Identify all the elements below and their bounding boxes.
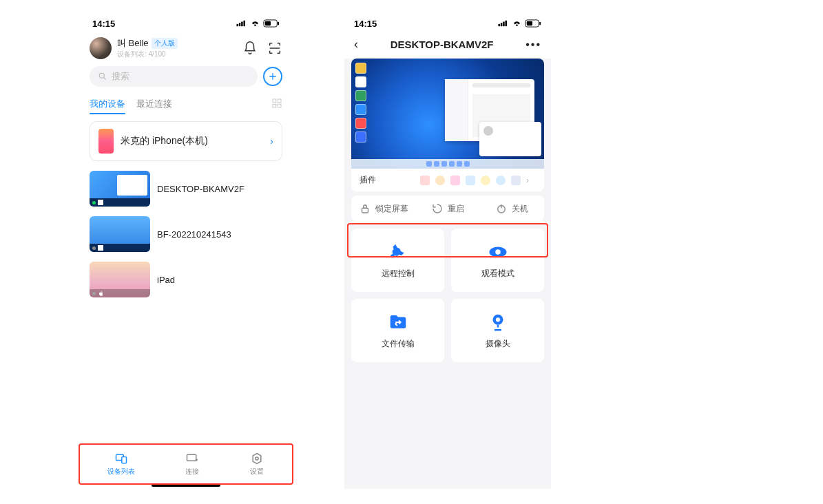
device-list-screen: 14:15 叫 Belle 个人版 设备列表: 4/100 [83, 14, 289, 489]
apple-icon [98, 290, 105, 297]
chevron-right-icon: › [270, 136, 273, 147]
search-input[interactable]: 搜索 [90, 66, 258, 87]
svg-rect-17 [499, 24, 501, 26]
svg-point-29 [495, 317, 499, 322]
remote-control-icon [388, 242, 408, 262]
remote-control-card[interactable]: 远程控制 [351, 229, 444, 292]
battery-icon [263, 19, 280, 28]
add-button[interactable] [263, 67, 282, 86]
svg-marker-15 [253, 454, 261, 464]
plugin-icons: › [376, 176, 536, 185]
wifi-icon [512, 20, 522, 28]
svg-rect-9 [278, 99, 281, 103]
plugins-row[interactable]: 插件 › [351, 169, 544, 191]
folder-transfer-icon [388, 312, 408, 333]
svg-rect-10 [273, 104, 276, 107]
svg-rect-22 [539, 22, 541, 25]
camera-card[interactable]: 摄像头 [451, 299, 544, 362]
file-transfer-card[interactable]: 文件传输 [351, 299, 444, 362]
power-actions: 锁定屏幕 重启 关机 [351, 196, 544, 222]
restart-button[interactable]: 重启 [415, 202, 479, 215]
card-label: 观看模式 [481, 268, 514, 280]
status-icons [498, 19, 541, 28]
tab-my-devices[interactable]: 我的设备 [90, 95, 125, 114]
local-device-name: 米克的 iPhone(本机) [121, 135, 263, 147]
restart-icon [431, 202, 444, 215]
svg-rect-5 [278, 22, 279, 25]
nav-settings[interactable]: 设置 [249, 452, 264, 476]
status-bar: 14:15 [344, 14, 551, 33]
tabs: 我的设备 最近连接 [83, 92, 289, 114]
search-placeholder: 搜索 [112, 70, 129, 83]
device-item[interactable]: DESKTOP-BKAMV2F [90, 171, 282, 207]
search-icon [98, 72, 107, 81]
detail-title: DESKTOP-BKAMV2F [358, 39, 525, 50]
status-time: 14:15 [92, 19, 115, 29]
device-item[interactable]: iPad [90, 262, 282, 297]
shutdown-button[interactable]: 关机 [480, 202, 544, 215]
svg-rect-8 [273, 99, 276, 103]
tab-recent[interactable]: 最近连接 [136, 95, 172, 114]
battery-icon [525, 19, 541, 28]
camera-icon [488, 312, 508, 333]
svg-rect-18 [501, 23, 503, 26]
user-block: 叫 Belle 个人版 设备列表: 4/100 [117, 37, 237, 59]
username: 叫 Belle [117, 37, 149, 50]
device-list: 米克的 iPhone(本机) › DESKTOP-BKAMV2F BF-2022… [83, 114, 289, 314]
action-label: 锁定屏幕 [375, 203, 408, 215]
status-icons [236, 19, 280, 28]
chevron-right-icon: › [526, 176, 536, 185]
device-name: BF-202210241543 [157, 229, 231, 240]
feature-grid: 远程控制 观看模式 文件传输 摄像头 [351, 229, 544, 362]
svg-point-16 [256, 457, 258, 460]
cellular-icon [498, 20, 509, 27]
plan-badge: 个人版 [152, 38, 178, 49]
screenshot-preview[interactable]: 插件 › [351, 59, 544, 191]
device-item[interactable]: BF-202210241543 [90, 216, 282, 252]
detail-header: ‹ DESKTOP-BKAMV2F ••• [344, 33, 551, 59]
nav-label: 设置 [250, 467, 264, 476]
svg-point-7 [99, 73, 104, 78]
lock-screen-button[interactable]: 锁定屏幕 [351, 202, 415, 215]
wifi-icon [250, 20, 260, 28]
lock-icon [359, 202, 371, 215]
plugins-label: 插件 [360, 174, 376, 186]
more-button[interactable]: ••• [525, 39, 541, 51]
scan-icon[interactable] [267, 41, 282, 56]
action-label: 重启 [448, 203, 464, 215]
svg-rect-1 [239, 23, 241, 26]
connect-icon [185, 452, 200, 465]
svg-rect-13 [122, 457, 127, 463]
status-bar: 14:15 [83, 14, 289, 33]
svg-rect-11 [278, 104, 281, 107]
settings-icon [249, 452, 264, 465]
local-device-card[interactable]: 米克的 iPhone(本机) › [90, 121, 282, 161]
plus-icon [267, 71, 278, 82]
layout-icon[interactable] [271, 98, 282, 112]
devices-icon [114, 452, 129, 465]
search-row: 搜索 [83, 61, 289, 92]
svg-rect-6 [265, 21, 271, 25]
svg-point-27 [495, 249, 501, 255]
card-label: 远程控制 [382, 268, 415, 280]
device-thumbnail [90, 171, 150, 207]
avatar[interactable] [90, 37, 112, 59]
card-label: 摄像头 [486, 338, 510, 350]
eye-icon [488, 242, 508, 262]
nav-label: 设备列表 [107, 467, 135, 476]
nav-connect[interactable]: 连接 [185, 452, 200, 476]
header: 叫 Belle 个人版 设备列表: 4/100 [83, 33, 289, 61]
bell-icon[interactable] [242, 41, 258, 56]
phone-thumb-icon [98, 129, 114, 154]
power-icon [495, 202, 508, 215]
home-indicator [152, 484, 220, 487]
device-count-value: 4/100 [149, 50, 166, 58]
bottom-nav: 设备列表 连接 设置 [83, 448, 289, 481]
watch-mode-card[interactable]: 观看模式 [451, 229, 544, 292]
nav-device-list[interactable]: 设备列表 [107, 452, 135, 476]
device-thumbnail [90, 262, 150, 297]
device-count-label: 设备列表: [117, 50, 147, 58]
svg-rect-23 [527, 21, 532, 25]
svg-rect-3 [244, 21, 246, 26]
card-label: 文件传输 [382, 338, 415, 350]
